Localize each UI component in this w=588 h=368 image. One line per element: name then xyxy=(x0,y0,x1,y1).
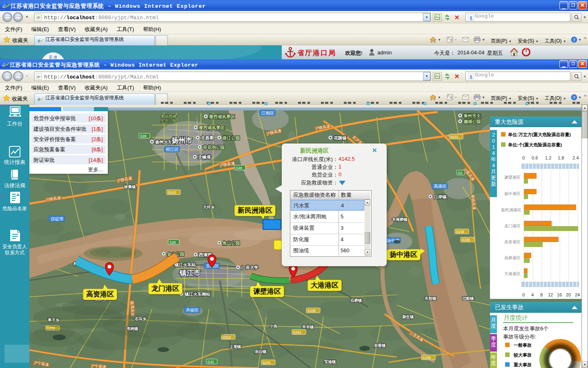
svg-text:丹徒区: 丹徒区 xyxy=(186,307,199,312)
svg-text:徐集镇: 徐集镇 xyxy=(124,184,136,189)
svg-text:8: 8 xyxy=(540,292,543,297)
svg-text:S241: S241 xyxy=(263,361,271,365)
svg-text:高桥港区: 高桥港区 xyxy=(504,256,521,260)
svg-text:大港港区: 大港港区 xyxy=(504,272,521,276)
svg-text:辛丰镇: 辛丰镇 xyxy=(302,325,314,329)
svg-text:0.6: 0.6 xyxy=(532,155,538,160)
svg-text:曲江公园: 曲江公园 xyxy=(223,135,240,140)
svg-text:德湖公园: 德湖公园 xyxy=(463,119,481,124)
svg-text:G42: G42 xyxy=(207,360,214,364)
svg-text:镇江市: 镇江市 xyxy=(179,269,200,277)
svg-text:高资港区: 高资港区 xyxy=(504,240,521,244)
svg-text:2.4: 2.4 xyxy=(572,155,579,160)
svg-text:新民洲港区: 新民洲港区 xyxy=(501,208,521,212)
svg-text:S243: S243 xyxy=(168,191,176,195)
svg-text:0: 0 xyxy=(522,292,525,297)
svg-text:e: e xyxy=(38,96,41,102)
svg-text:宝埝镇: 宝埝镇 xyxy=(324,359,336,364)
svg-text:S338: S338 xyxy=(423,356,431,360)
svg-text:4: 4 xyxy=(531,292,534,297)
svg-text:?: ? xyxy=(573,95,575,100)
svg-text:e: e xyxy=(37,74,40,79)
svg-text:S28: S28 xyxy=(169,240,176,245)
svg-text:江都区: 江都区 xyxy=(261,110,274,115)
svg-text:水胜镇: 水胜镇 xyxy=(424,296,437,301)
svg-text:0: 0 xyxy=(522,155,525,160)
svg-text:后巷镇: 后巷镇 xyxy=(374,343,386,348)
svg-text:S338: S338 xyxy=(307,309,316,313)
svg-text:六圩乡: 六圩乡 xyxy=(203,205,215,209)
svg-text:24: 24 xyxy=(575,292,580,297)
svg-text:焦山公园: 焦山公园 xyxy=(222,240,240,246)
svg-text:20: 20 xyxy=(566,292,571,297)
svg-text:荷花池公园: 荷花池公园 xyxy=(203,145,225,150)
svg-text:G312: G312 xyxy=(223,335,231,339)
svg-text:S336: S336 xyxy=(462,238,470,242)
svg-text:亭子乡: 亭子乡 xyxy=(48,318,60,322)
svg-text:过船镇: 过船镇 xyxy=(462,296,474,301)
svg-text:扬州市: 扬州市 xyxy=(171,137,192,144)
svg-text:S28: S28 xyxy=(140,134,146,138)
svg-text:后白镇: 后白镇 xyxy=(254,349,267,354)
svg-text:江苏大学: 江苏大学 xyxy=(241,265,258,270)
svg-text:上党镇: 上党镇 xyxy=(229,344,241,349)
svg-text:S236: S236 xyxy=(456,230,464,234)
svg-text:1.2: 1.2 xyxy=(545,155,551,160)
svg-text:谏壁港区: 谏壁港区 xyxy=(504,175,521,180)
svg-text:仪征市: 仪征市 xyxy=(51,216,64,221)
svg-text:扬中港区: 扬中港区 xyxy=(504,191,521,196)
svg-text:丰裕桥镇: 丰裕桥镇 xyxy=(392,217,408,222)
svg-text:?: ? xyxy=(573,37,575,42)
svg-text:文峰塔: 文峰塔 xyxy=(198,155,211,159)
svg-text:石桥镇: 石桥镇 xyxy=(350,298,362,303)
svg-text:蜀岗西峰: 蜀岗西峰 xyxy=(161,114,177,119)
svg-text:泰州市天: 泰州市天 xyxy=(463,113,481,118)
svg-text:花旗镇: 花旗镇 xyxy=(333,135,347,140)
svg-text:文昌阁: 文昌阁 xyxy=(201,135,214,140)
svg-text:生态公园: 生态公园 xyxy=(160,119,176,123)
svg-text:G40: G40 xyxy=(236,166,242,170)
svg-text:新生镇: 新生镇 xyxy=(402,314,414,319)
svg-text:韦岗镇: 韦岗镇 xyxy=(126,326,138,331)
svg-text:高港区: 高港区 xyxy=(434,184,447,188)
svg-text:镇江火车南站: 镇江火车南站 xyxy=(184,292,211,296)
svg-text:e: e xyxy=(2,61,5,68)
svg-text:e: e xyxy=(37,14,40,20)
svg-text:口岸镇: 口岸镇 xyxy=(434,194,447,199)
svg-text:e: e xyxy=(38,37,41,44)
svg-text:e: e xyxy=(2,2,6,9)
svg-text:小岛: 小岛 xyxy=(269,324,277,328)
svg-text:沪宁高速: 沪宁高速 xyxy=(91,364,107,368)
svg-text:12: 12 xyxy=(548,292,553,297)
svg-text:龙门港区: 龙门港区 xyxy=(504,224,521,228)
svg-text:石马乡: 石马乡 xyxy=(134,316,147,321)
svg-text:S241: S241 xyxy=(293,330,301,334)
svg-text:镇江火车站: 镇江火车站 xyxy=(174,262,196,267)
svg-text:瘦西湖风景区: 瘦西湖风景区 xyxy=(209,114,235,119)
svg-text:1.8: 1.8 xyxy=(558,155,564,160)
svg-text:祁江区: 祁江区 xyxy=(165,147,179,152)
svg-text:G2: G2 xyxy=(458,171,463,175)
svg-text:瘦西湖风景区: 瘦西湖风景区 xyxy=(198,125,225,130)
svg-text:16: 16 xyxy=(557,292,562,297)
svg-text:S211: S211 xyxy=(450,135,458,139)
